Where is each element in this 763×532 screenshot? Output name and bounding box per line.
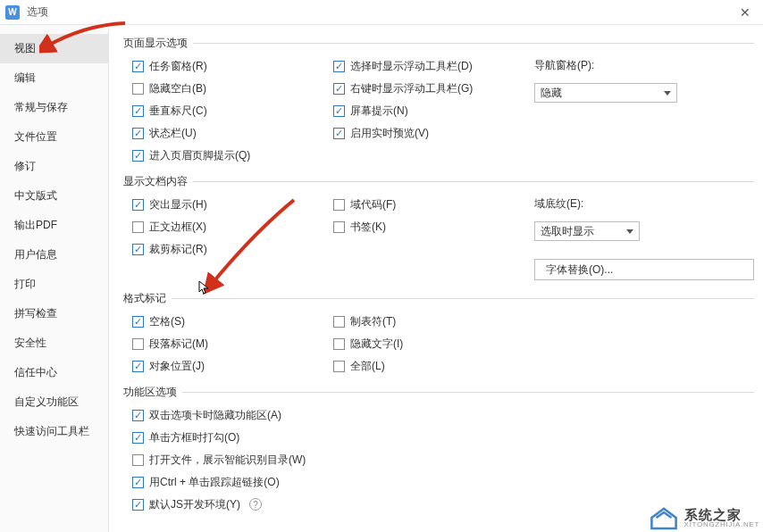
checkbox-box: [333, 221, 345, 233]
checkbox-option[interactable]: 默认JS开发环境(Y)?: [132, 496, 754, 512]
checkbox-box: [333, 199, 345, 211]
group-legend: 功能区选项: [123, 385, 182, 400]
checkbox-option[interactable]: 隐藏文字(I): [333, 336, 534, 352]
checkbox-option[interactable]: 右键时显示浮动工具栏(G): [333, 80, 534, 96]
checkbox-box: [132, 499, 144, 511]
checkbox-label: 默认JS开发环境(Y): [149, 497, 240, 512]
checkbox-label: 段落标记(M): [149, 337, 208, 352]
group-ribbon-options: 功能区选项 双击选项卡时隐藏功能区(A)单击方框时打勾(O)打开文件，展示智能识…: [123, 385, 754, 512]
checkbox-box: [132, 477, 144, 488]
checkbox-box: [333, 361, 345, 372]
checkbox-option[interactable]: 打开文件，展示智能识别目录(W): [132, 452, 754, 468]
checkbox-label: 打开文件，展示智能识别目录(W): [149, 453, 306, 468]
checkbox-box: [132, 432, 144, 444]
checkbox-option[interactable]: 段落标记(M): [132, 336, 333, 352]
sidebar-item-7[interactable]: 用户信息: [0, 240, 108, 270]
checkbox-option[interactable]: 启用实时预览(V): [333, 125, 534, 141]
checkbox-box: [333, 105, 345, 117]
sidebar-item-8[interactable]: 打印: [0, 270, 108, 299]
checkbox-box: [132, 150, 144, 162]
checkbox-label: 对象位置(J): [149, 359, 205, 374]
checkbox-box: [132, 338, 144, 350]
checkbox-label: 任务窗格(R): [149, 59, 207, 74]
checkbox-label: 域代码(F): [350, 197, 396, 212]
checkbox-label: 用Ctrl + 单击跟踪超链接(O): [149, 475, 280, 490]
checkbox-label: 单击方框时打勾(O): [149, 430, 239, 445]
checkbox-label: 屏幕提示(N): [350, 104, 408, 119]
group-format-marks: 格式标记 空格(S)段落标记(M)对象位置(J) 制表符(T)隐藏文字(I)全部…: [123, 291, 754, 374]
window-title: 选项: [27, 4, 48, 20]
nav-pane-value: 隐藏: [541, 86, 562, 101]
checkbox-option[interactable]: 用Ctrl + 单击跟踪超链接(O): [132, 474, 754, 490]
sidebar-item-12[interactable]: 自定义功能区: [0, 387, 108, 417]
checkbox-option[interactable]: 状态栏(U): [132, 125, 333, 141]
sidebar-item-2[interactable]: 常规与保存: [0, 93, 108, 122]
checkbox-option[interactable]: 单击方框时打勾(O): [132, 429, 754, 445]
sidebar-item-4[interactable]: 修订: [0, 152, 108, 181]
checkbox-option[interactable]: 对象位置(J): [132, 358, 333, 374]
checkbox-label: 右键时显示浮动工具栏(G): [350, 81, 473, 96]
checkbox-label: 进入页眉页脚提示(Q): [149, 148, 250, 163]
sidebar-item-11[interactable]: 信任中心: [0, 358, 108, 387]
checkbox-label: 隐藏文字(I): [350, 337, 403, 352]
checkbox-label: 突出显示(H): [149, 197, 207, 212]
sidebar-item-0[interactable]: 视图: [0, 34, 108, 63]
checkbox-option[interactable]: 制表符(T): [333, 313, 534, 329]
checkbox-label: 制表符(T): [350, 314, 396, 329]
sidebar-item-13[interactable]: 快速访问工具栏: [0, 417, 108, 446]
checkbox-label: 垂直标尺(C): [149, 104, 207, 119]
checkbox-box: [333, 316, 345, 328]
info-icon[interactable]: ?: [249, 498, 262, 511]
close-button[interactable]: ✕: [733, 4, 758, 21]
checkbox-option[interactable]: 屏幕提示(N): [333, 103, 534, 119]
checkbox-box: [132, 454, 144, 466]
sidebar: 视图编辑常规与保存文件位置修订中文版式输出PDF用户信息打印拼写检查安全性信任中…: [0, 25, 109, 532]
sidebar-item-9[interactable]: 拼写检查: [0, 299, 108, 328]
checkbox-box: [132, 316, 144, 328]
checkbox-box: [333, 128, 345, 139]
checkbox-option[interactable]: 域代码(F): [333, 196, 534, 212]
content-panel: 页面显示选项 任务窗格(R)隐藏空白(B)垂直标尺(C)状态栏(U)进入页眉页脚…: [109, 25, 763, 532]
nav-pane-label: 导航窗格(P):: [534, 58, 754, 73]
checkbox-option[interactable]: 空格(S): [132, 313, 333, 329]
checkbox-option[interactable]: 突出显示(H): [132, 196, 333, 212]
sidebar-item-1[interactable]: 编辑: [0, 63, 108, 93]
checkbox-option[interactable]: 垂直标尺(C): [132, 103, 333, 119]
group-legend: 页面显示选项: [123, 36, 193, 51]
sidebar-item-3[interactable]: 文件位置: [0, 122, 108, 152]
field-shade-label: 域底纹(E):: [534, 196, 754, 212]
checkbox-label: 双击选项卡时隐藏功能区(A): [149, 408, 281, 423]
checkbox-box: [333, 338, 345, 350]
checkbox-option[interactable]: 全部(L): [333, 358, 534, 374]
checkbox-box: [132, 83, 144, 95]
checkbox-option[interactable]: 任务窗格(R): [132, 58, 333, 74]
nav-pane-select[interactable]: 隐藏: [534, 83, 677, 103]
titlebar: W 选项 ✕: [0, 0, 763, 25]
sidebar-item-6[interactable]: 输出PDF: [0, 211, 108, 240]
checkbox-label: 裁剪标记(R): [149, 242, 207, 257]
checkbox-option[interactable]: 书签(K): [333, 219, 534, 235]
checkbox-option[interactable]: 进入页眉页脚提示(Q): [132, 147, 333, 163]
sidebar-item-10[interactable]: 安全性: [0, 328, 108, 358]
checkbox-option[interactable]: 裁剪标记(R): [132, 241, 333, 257]
font-substitute-button[interactable]: 字体替换(O)...: [534, 259, 754, 280]
checkbox-option[interactable]: 正文边框(X): [132, 219, 333, 235]
checkbox-option[interactable]: 双击选项卡时隐藏功能区(A): [132, 407, 754, 423]
app-icon: W: [5, 5, 20, 20]
checkbox-box: [132, 128, 144, 139]
checkbox-option[interactable]: 选择时显示浮动工具栏(D): [333, 58, 534, 74]
checkbox-label: 状态栏(U): [149, 126, 197, 141]
chevron-down-icon: [626, 229, 633, 234]
checkbox-label: 选择时显示浮动工具栏(D): [350, 59, 473, 74]
checkbox-label: 书签(K): [350, 220, 386, 235]
sidebar-item-5[interactable]: 中文版式: [0, 181, 108, 211]
checkbox-box: [132, 199, 144, 211]
field-shade-select[interactable]: 选取时显示: [534, 221, 640, 241]
checkbox-box: [132, 410, 144, 421]
group-doc-content: 显示文档内容 突出显示(H)正文边框(X)裁剪标记(R) 域代码(F)书签(K)…: [123, 174, 754, 280]
group-page-display: 页面显示选项 任务窗格(R)隐藏空白(B)垂直标尺(C)状态栏(U)进入页眉页脚…: [123, 36, 754, 163]
checkbox-box: [132, 361, 144, 372]
checkbox-label: 隐藏空白(B): [149, 81, 206, 96]
checkbox-option[interactable]: 隐藏空白(B): [132, 80, 333, 96]
checkbox-label: 正文边框(X): [149, 220, 206, 235]
